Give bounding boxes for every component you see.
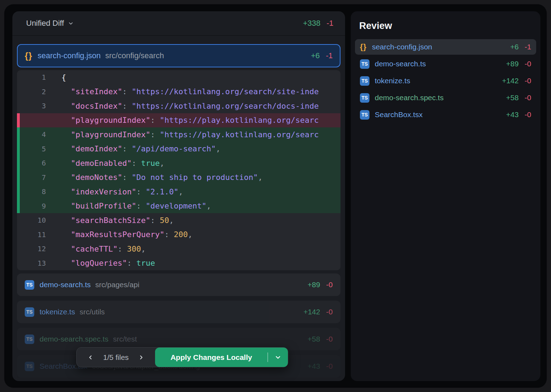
file-deletions: -0 [525,94,531,102]
apply-changes-label: Apply Changes Locally [155,353,267,362]
file-name: demo-search.spec.ts [375,94,444,102]
file-path: src/utils [79,308,105,316]
code-text: "buildProfile": "development", [46,201,340,210]
file-deletions: -0 [326,281,333,289]
line-number: 12 [17,245,46,253]
code-text: "demoNotes": "Do not ship to production"… [46,173,340,182]
file-deletions: -0 [525,60,531,68]
file-path: src/test [113,335,137,343]
line-number: 5 [17,145,46,153]
code-text: { [46,73,340,82]
code-line: 3 "docsIndex": "https://kotlinlang.org/s… [17,99,340,113]
code-text: "searchBatchSize": 50, [46,216,340,225]
file-additions: +6 [510,43,519,51]
line-number: 2 [17,88,46,96]
json-file-icon: {} [360,42,367,52]
line-number: 13 [17,259,46,267]
view-mode-label: Unified Diff [26,19,64,28]
review-file-row[interactable]: TS tokenize.ts +142 -0 [355,73,536,89]
file-deletions: -0 [326,362,333,370]
code-line: 8 "indexVersion": "2.1.0", [17,185,340,199]
code-text: "playgroundIndex": "https://play.kotlinl… [46,130,340,139]
file-navigation: 1/5 files [77,348,155,367]
line-number: 3 [17,102,46,110]
line-number: 4 [17,130,46,139]
line-number: 1 [17,73,46,82]
code-text: "logQueries": true [46,259,340,267]
file-stats: +58 -0 [308,335,333,343]
file-additions: +89 [506,60,519,68]
code-line: 7 "demoNotes": "Do not ship to productio… [17,170,340,185]
file-additions: +142 [502,77,519,85]
typescript-file-icon: TS [360,110,369,120]
total-deletions: -1 [326,19,333,28]
file-additions: +142 [303,308,320,316]
file-deletions: -1 [326,51,333,60]
selected-file-header[interactable]: {} search-config.json src/config/search … [17,44,340,67]
line-number: 11 [17,230,46,239]
review-file-row[interactable]: TS demo-search.ts +89 -0 [355,56,536,72]
file-stats: +89 -0 [506,60,531,68]
code-text: "playgroundIndex": "https://play.kotlinl… [46,116,340,125]
code-text: "maxResultsPerQuery": 200, [46,230,340,239]
file-name: demo-search.ts [40,281,91,289]
file-additions: +58 [308,335,320,343]
file-name: SearchBox.tsx [375,110,422,119]
line-number: 8 [17,187,46,196]
total-additions: +338 [303,19,321,28]
code-text: "demoEnabled": true, [46,159,340,168]
file-stats: +43 -0 [506,110,531,119]
review-title: Review [355,20,536,31]
code-line: 11 "maxResultsPerQuery": 200, [17,228,340,242]
next-file-button[interactable] [138,354,144,361]
code-line: 2 "siteIndex": "https://kotlinlang.org/s… [17,85,340,99]
line-number: 10 [17,216,46,224]
code-line: 1 { [17,70,340,85]
diff-panel-header: Unified Diff +338 -1 [12,11,345,36]
apply-options-toggle[interactable] [268,354,288,361]
line-number: 6 [17,159,46,167]
selected-file-name: search-config.json [37,51,101,60]
code-text: "cacheTTL": 300, [46,245,340,253]
code-line: 10 "searchBatchSize": 50, [17,213,340,228]
file-deletions: -0 [326,308,333,316]
file-stats: +6 -1 [510,43,531,51]
file-additions: +43 [506,110,519,119]
file-name: tokenize.ts [375,77,410,85]
file-deletions: -0 [326,335,333,343]
file-stats: +58 -0 [506,94,531,102]
diff-panel: Unified Diff +338 -1 {} search-config.js… [12,11,345,381]
line-number: 9 [17,202,46,210]
code-line: 6 "demoEnabled": true, [17,156,340,170]
code-text: "demoIndex": "/api/demo-search", [46,144,340,153]
code-line: 12 "cacheTTL": 300, [17,242,340,256]
apply-changes-button[interactable]: Apply Changes Locally [155,348,288,367]
file-stats: +43 -0 [308,362,333,370]
diff-content: {} search-config.json src/config/search … [12,36,345,378]
file-counter: 1/5 files [103,353,129,362]
previous-file-button[interactable] [87,354,94,361]
file-additions: +43 [308,362,320,370]
chevron-down-icon [274,354,282,361]
code-text: "siteIndex": "https://kotlinlang.org/sea… [46,87,340,96]
typescript-file-icon: TS [360,59,369,69]
selected-file-stats: +6 -1 [311,51,333,60]
file-card[interactable]: TS tokenize.ts src/utils +142 -0 [17,301,340,323]
file-stats: +142 -0 [303,308,333,316]
view-mode-dropdown[interactable]: Unified Diff [24,18,76,28]
typescript-file-icon: TS [25,280,34,290]
file-path: src/pages/api [95,281,140,289]
typescript-file-icon: TS [360,93,369,103]
action-bar: 1/5 files Apply Changes Locally [76,347,288,367]
file-deletions: -0 [525,110,531,119]
review-file-row[interactable]: {} search-config.json +6 -1 [355,39,536,55]
review-file-row[interactable]: TS demo-search.spec.ts +58 -0 [355,90,536,105]
file-deletions: -1 [525,43,531,51]
file-card[interactable]: TS demo-search.ts src/pages/api +89 -0 [17,273,340,296]
review-file-row[interactable]: TS SearchBox.tsx +43 -0 [355,107,536,122]
selected-file-path: src/config/search [105,51,164,60]
review-panel: Review {} search-config.json +6 -1 TS de… [351,11,540,381]
file-name: tokenize.ts [40,308,75,316]
file-deletions: -0 [525,77,531,85]
file-stats: +89 -0 [308,281,333,289]
